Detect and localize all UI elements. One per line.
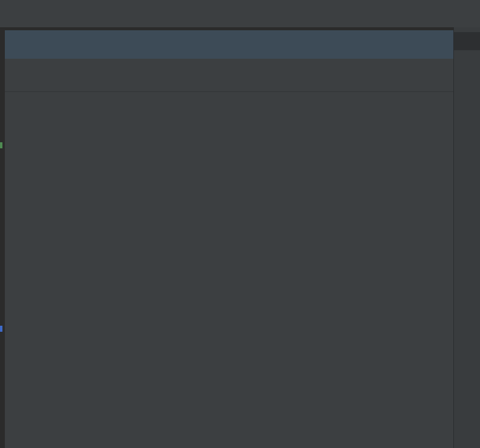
editor-edge-strip [0, 27, 5, 448]
tool-window-header [5, 30, 453, 59]
right-tab-strip [453, 27, 480, 448]
gradle-task-tree [5, 92, 453, 448]
green-stripe-mark [0, 142, 2, 148]
main-area [0, 27, 480, 448]
ide-main-toolbar [0, 0, 480, 27]
blue-stripe-mark [0, 326, 2, 332]
tool-window-toolbar [5, 59, 453, 92]
tab-gradle[interactable] [454, 32, 480, 50]
gradle-tool-window [5, 27, 453, 448]
